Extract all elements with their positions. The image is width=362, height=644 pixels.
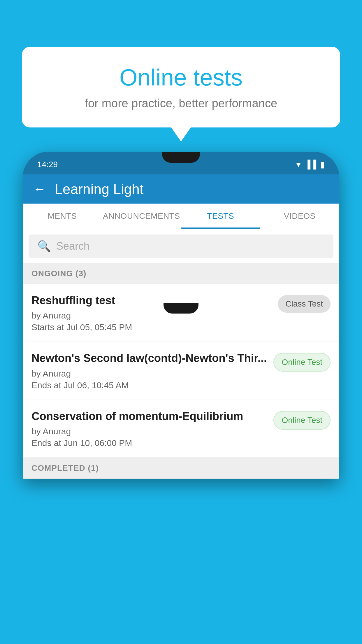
test-date-1: Starts at Jul 05, 05:45 PM bbox=[31, 322, 272, 332]
bubble-title: Online tests bbox=[36, 64, 326, 91]
test-info-2: Newton's Second law(contd)-Newton's Thir… bbox=[31, 351, 268, 390]
test-name-3: Conservation of momentum-Equilibrium bbox=[31, 409, 268, 424]
test-item-1[interactable]: Reshuffling test by Anurag Starts at Jul… bbox=[23, 284, 339, 342]
test-item-2[interactable]: Newton's Second law(contd)-Newton's Thir… bbox=[23, 342, 339, 400]
completed-section-header: COMPLETED (1) bbox=[23, 458, 339, 479]
test-name-1: Reshuffling test bbox=[31, 293, 272, 308]
search-input-wrapper[interactable]: 🔍 Search bbox=[29, 235, 333, 258]
phone-container: 14:29 ▾ ▐▐ ▮ ← Learning Light MENTS bbox=[23, 152, 339, 644]
bubble-subtitle: for more practice, better performance bbox=[36, 97, 326, 110]
completed-section-title: COMPLETED (1) bbox=[31, 463, 99, 473]
test-author-1: by Anurag bbox=[31, 311, 272, 321]
status-time: 14:29 bbox=[37, 160, 58, 169]
search-icon: 🔍 bbox=[37, 240, 51, 253]
test-info-3: Conservation of momentum-Equilibrium by … bbox=[31, 409, 268, 448]
battery-icon: ▮ bbox=[320, 160, 325, 169]
status-icons: ▾ ▐▐ ▮ bbox=[296, 160, 325, 169]
wifi-icon: ▾ bbox=[296, 160, 301, 169]
phone-outer: 14:29 ▾ ▐▐ ▮ ← Learning Light MENTS bbox=[23, 152, 339, 479]
ongoing-section-header: ONGOING (3) bbox=[23, 263, 339, 284]
test-badge-1: Class Test bbox=[278, 295, 331, 313]
tab-videos[interactable]: VIDEOS bbox=[260, 204, 340, 229]
tabs-container: MENTS ANNOUNCEMENTS TESTS VIDEOS bbox=[23, 204, 339, 229]
tab-announcements[interactable]: ANNOUNCEMENTS bbox=[102, 204, 181, 229]
tab-ments[interactable]: MENTS bbox=[23, 204, 102, 229]
test-author-3: by Anurag bbox=[31, 426, 268, 436]
test-badge-2: Online Test bbox=[273, 353, 331, 372]
test-badge-3: Online Test bbox=[273, 411, 331, 430]
signal-icon: ▐▐ bbox=[305, 160, 316, 169]
back-button[interactable]: ← bbox=[33, 181, 46, 197]
test-date-3: Ends at Jun 10, 06:00 PM bbox=[31, 438, 268, 448]
search-bar-container: 🔍 Search bbox=[23, 229, 339, 263]
ongoing-section-title: ONGOING (3) bbox=[31, 269, 86, 278]
test-author-2: by Anurag bbox=[31, 369, 268, 379]
content-area: 🔍 Search ONGOING (3) Reshuffling test by… bbox=[23, 229, 339, 479]
search-placeholder: Search bbox=[56, 240, 89, 252]
test-item-3[interactable]: Conservation of momentum-Equilibrium by … bbox=[23, 400, 339, 458]
speech-bubble: Online tests for more practice, better p… bbox=[22, 47, 340, 127]
test-name-2: Newton's Second law(contd)-Newton's Thir… bbox=[31, 351, 268, 365]
test-info-1: Reshuffling test by Anurag Starts at Jul… bbox=[31, 293, 272, 332]
app-title: Learning Light bbox=[55, 181, 143, 197]
app-header: ← Learning Light bbox=[23, 174, 339, 204]
tab-tests[interactable]: TESTS bbox=[181, 204, 260, 229]
test-date-2: Ends at Jul 06, 10:45 AM bbox=[31, 380, 268, 390]
